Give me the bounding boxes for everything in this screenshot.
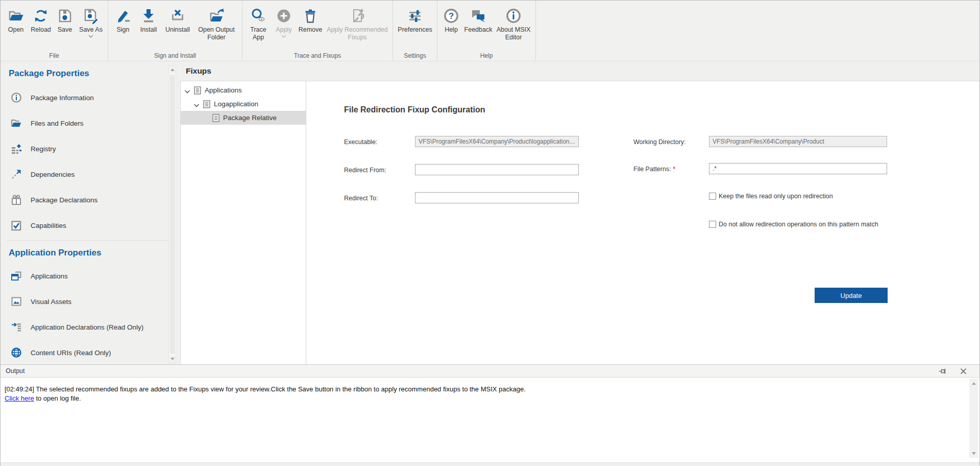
- files-and-folders-icon: [11, 118, 22, 129]
- redirect-to-input[interactable]: [415, 192, 579, 203]
- chevron-down-icon: [281, 35, 286, 38]
- reload-icon: [33, 6, 49, 26]
- save-button[interactable]: Save: [53, 5, 77, 38]
- open-icon: [8, 6, 24, 26]
- chevron-down-icon[interactable]: [184, 88, 190, 92]
- sidebar-section-package-properties: Package Properties: [9, 68, 180, 79]
- sidebar-item-capabilities[interactable]: Capabilities: [1, 213, 180, 238]
- about-msix-editor-icon: [505, 6, 522, 26]
- update-button[interactable]: Update: [815, 288, 888, 303]
- chevron-down-icon[interactable]: [193, 102, 200, 106]
- ribbon-group-label-file: File: [1, 52, 108, 59]
- redirect-from-input[interactable]: [415, 164, 579, 175]
- tree-item-label: Applications: [205, 86, 242, 94]
- apply-button: Apply: [272, 5, 296, 41]
- sidebar-item-content-uris[interactable]: Content URIs (Read Only): [1, 340, 180, 365]
- feedback-icon: [470, 6, 486, 26]
- sidebar: Package Properties Package Information F…: [1, 61, 180, 364]
- scroll-down-button[interactable]: [169, 355, 176, 363]
- sidebar-item-registry[interactable]: Registry: [1, 136, 180, 161]
- scroll-up-button[interactable]: [969, 379, 978, 387]
- reload-button[interactable]: Reload: [29, 5, 53, 38]
- ribbon-group-label-trace-fixups: Trace and Fixups: [242, 52, 393, 59]
- uninstall-icon: [169, 6, 186, 26]
- applications-icon: [11, 270, 22, 282]
- install-button[interactable]: Install: [135, 5, 162, 41]
- preferences-button[interactable]: Preferences: [396, 5, 434, 34]
- uninstall-button[interactable]: Uninstall: [162, 5, 193, 41]
- ribbon-group-label-sign-install: Sign and Install: [108, 52, 242, 59]
- scroll-down-button[interactable]: [969, 449, 978, 457]
- save-as-button[interactable]: Save As: [77, 5, 105, 38]
- scroll-up-button[interactable]: [169, 66, 176, 74]
- output-log: [02:49:24] The selected recommended fixu…: [1, 378, 979, 463]
- ribbon-group-help: ? Help Feedback About MSIX Editor: [437, 1, 536, 61]
- sign-button[interactable]: Sign: [111, 5, 135, 41]
- msix-editor-window: Open Reload Save: [0, 0, 980, 466]
- help-button[interactable]: ? Help: [440, 5, 462, 41]
- ribbon-group-sign-install: Sign Install Uninstall: [108, 1, 242, 61]
- pin-icon[interactable]: [939, 367, 946, 375]
- document-icon: [203, 100, 210, 108]
- redirect-from-label: Redirect From:: [344, 167, 386, 174]
- sidebar-section-application-properties: Application Properties: [9, 248, 180, 258]
- open-log-file-link[interactable]: Click here: [5, 394, 34, 402]
- ribbon-group-label-settings: Settings: [393, 52, 437, 59]
- working-directory-input: [709, 136, 887, 147]
- application-declarations-icon: [11, 321, 22, 333]
- sidebar-item-dependencies[interactable]: Dependencies: [1, 161, 180, 187]
- sidebar-divider: [7, 240, 174, 241]
- redirect-to-label: Redirect To:: [344, 195, 378, 202]
- sidebar-item-visual-assets[interactable]: Visual Assets: [1, 289, 180, 314]
- output-title: Output: [6, 367, 25, 375]
- sidebar-scrollbar[interactable]: [168, 65, 176, 363]
- about-msix-editor-button[interactable]: About MSIX Editor: [494, 5, 533, 41]
- remove-icon: [302, 6, 318, 26]
- output-scrollbar[interactable]: [969, 379, 978, 458]
- close-icon[interactable]: [960, 367, 967, 375]
- registry-icon: [11, 143, 22, 154]
- ribbon: Open Reload Save: [1, 1, 979, 61]
- tree-item-logapplication[interactable]: Logapplication: [181, 97, 306, 111]
- sidebar-item-package-information[interactable]: Package Information: [1, 85, 180, 110]
- executable-label: Executable:: [344, 138, 377, 146]
- panel-title: Fixups: [180, 61, 979, 81]
- file-patterns-label: File Patterns: *: [633, 166, 675, 173]
- open-button[interactable]: Open: [3, 5, 29, 38]
- open-output-folder-button[interactable]: Open Output Folder: [193, 5, 239, 41]
- save-as-icon: [83, 6, 99, 26]
- ribbon-group-label-help: Help: [437, 52, 535, 59]
- remove-button[interactable]: Remove: [296, 5, 325, 41]
- no-redirection-on-match-checkbox[interactable]: Do not allow redirection operations on t…: [709, 221, 878, 228]
- document-icon: [212, 114, 219, 122]
- file-patterns-input[interactable]: [709, 163, 887, 174]
- scrollbar-thumb[interactable]: [169, 75, 175, 354]
- tree-item-label: Logapplication: [214, 100, 258, 108]
- log-line: Click here to open log file.: [5, 394, 964, 403]
- sidebar-item-files-and-folders[interactable]: Files and Folders: [1, 110, 180, 136]
- checkbox-icon: [709, 221, 716, 228]
- content-uris-icon: [11, 347, 22, 358]
- tree-item-package-relative[interactable]: Package Relative: [181, 111, 306, 125]
- fixup-configuration-form: File Redirection Fixup Configuration Exe…: [306, 81, 979, 364]
- trace-app-button[interactable]: Trace App: [245, 5, 272, 41]
- chevron-down-icon: [88, 35, 93, 38]
- package-declarations-icon: [11, 194, 22, 205]
- ribbon-group-trace-fixups: Trace App Apply Remove: [242, 1, 393, 61]
- dependencies-icon: [11, 169, 22, 180]
- fixups-tree: Applications Logapplication: [181, 81, 306, 364]
- sidebar-item-application-declarations[interactable]: Application Declarations (Read Only): [1, 314, 180, 340]
- package-information-icon: [11, 92, 22, 103]
- tree-item-applications[interactable]: Applications: [181, 83, 306, 97]
- form-title: File Redirection Fixup Configuration: [344, 105, 485, 114]
- preferences-icon: [407, 6, 423, 26]
- sidebar-item-applications[interactable]: Applications: [1, 263, 180, 289]
- keep-read-only-checkbox[interactable]: Keep the files read only upon redirectio…: [709, 193, 833, 200]
- feedback-button[interactable]: Feedback: [462, 5, 494, 41]
- document-icon: [194, 86, 201, 95]
- open-output-folder-icon: [208, 6, 225, 26]
- sidebar-item-package-declarations[interactable]: Package Declarations: [1, 187, 180, 213]
- svg-text:?: ?: [449, 11, 454, 20]
- output-panel: Output [02:49:24] The selected recommend…: [1, 364, 979, 466]
- capabilities-icon: [11, 220, 22, 231]
